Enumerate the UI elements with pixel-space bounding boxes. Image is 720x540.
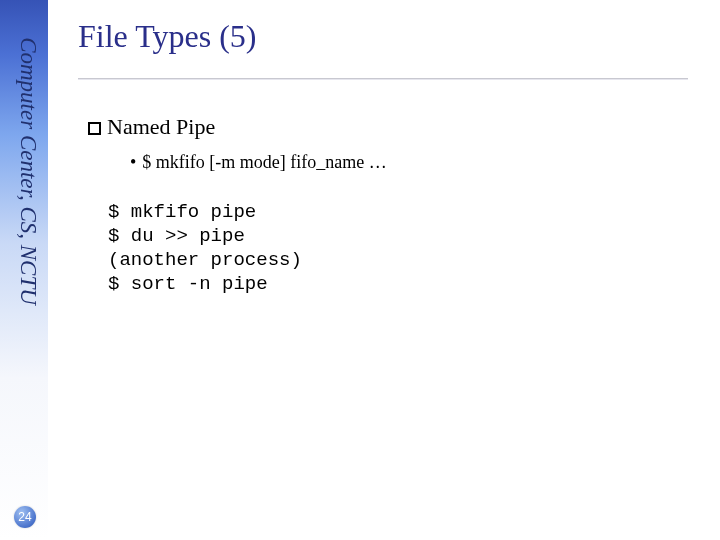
dot-bullet-icon: • <box>130 152 136 173</box>
bullet-level2-text: $ mkfifo [-m mode] fifo_name … <box>142 152 386 172</box>
bullet-level1-text: Named Pipe <box>107 114 215 139</box>
code-example: $ mkfifo pipe $ du >> pipe (another proc… <box>108 200 302 296</box>
code-line-3: (another process) <box>108 249 302 271</box>
code-line-4: $ sort -n pipe <box>108 273 268 295</box>
page-number-badge: 24 <box>14 506 36 528</box>
code-line-1: $ mkfifo pipe <box>108 201 256 223</box>
square-bullet-icon <box>88 122 101 135</box>
sidebar-gradient: Computer Center, CS, NCTU <box>0 0 48 540</box>
sidebar-affiliation-text: Computer Center, CS, NCTU <box>15 11 41 331</box>
title-underline <box>78 78 688 80</box>
slide-title: File Types (5) <box>78 18 256 55</box>
code-line-2: $ du >> pipe <box>108 225 245 247</box>
bullet-mkfifo-usage: •$ mkfifo [-m mode] fifo_name … <box>130 152 387 173</box>
slide: Computer Center, CS, NCTU File Types (5)… <box>0 0 720 540</box>
bullet-named-pipe: Named Pipe <box>88 114 215 140</box>
page-number-text: 24 <box>18 510 31 524</box>
